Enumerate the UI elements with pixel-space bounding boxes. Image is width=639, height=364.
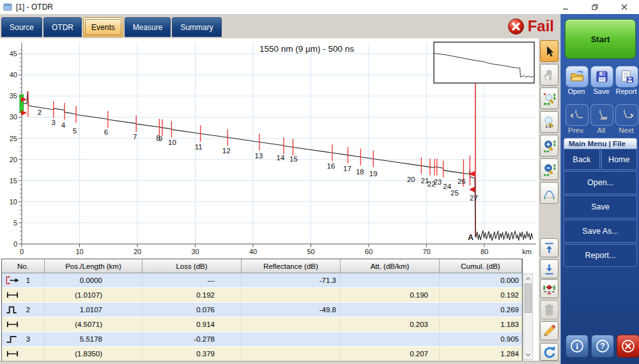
all-icon xyxy=(594,107,610,123)
table-row-6[interactable]: (1.8350)0.3790.2071.284 xyxy=(2,347,522,361)
svg-text:16: 16 xyxy=(327,162,335,170)
info-icon: i xyxy=(569,338,585,354)
scroll-bottom-button[interactable] xyxy=(540,259,558,278)
open-button[interactable] xyxy=(566,66,589,87)
pointer-tool-button[interactable] xyxy=(540,40,558,62)
help-icon: ? xyxy=(595,338,610,354)
svg-text:25: 25 xyxy=(450,189,459,197)
folder-icon xyxy=(569,69,585,84)
column-header-att-db-km[interactable]: Att. (dB/km) xyxy=(341,259,440,273)
event-type-icon xyxy=(4,276,22,285)
status-indicator: Fail xyxy=(507,17,554,35)
cell: 1.183 xyxy=(440,317,522,331)
menu-back-button[interactable]: Back xyxy=(564,149,600,170)
table-scrollbar[interactable] xyxy=(523,273,533,360)
cell: 0.914 xyxy=(142,317,242,331)
cell xyxy=(242,317,341,331)
zoom-1to1-tool-button[interactable]: 1:1 xyxy=(540,111,558,133)
svg-text:10: 10 xyxy=(10,198,17,206)
report-button[interactable] xyxy=(615,66,638,87)
cell: 0.076 xyxy=(142,303,242,317)
column-header-no[interactable]: No. xyxy=(2,259,45,273)
edit-event-button[interactable] xyxy=(540,321,558,340)
cell xyxy=(341,273,440,287)
prev-icon xyxy=(569,107,585,123)
fail-label: Fail xyxy=(528,17,554,35)
tab-events[interactable]: Events xyxy=(83,17,123,37)
svg-text:20: 20 xyxy=(10,156,17,163)
app-icon xyxy=(3,3,12,11)
svg-text:13: 13 xyxy=(255,152,263,160)
cell: -71.3 xyxy=(242,273,341,287)
menu-open-button[interactable]: Open... xyxy=(564,171,637,194)
event-table-settings-button[interactable] xyxy=(540,279,558,298)
pointer-icon xyxy=(542,44,557,59)
pan-tool-button[interactable] xyxy=(540,64,558,86)
save-button-label: Save xyxy=(587,87,615,95)
otdr-trace-chart[interactable]: 2345678910111213141516171819202122232425… xyxy=(0,38,539,259)
trace-next-button[interactable] xyxy=(615,104,638,126)
section-icon xyxy=(4,320,20,329)
cell xyxy=(242,288,341,302)
minimize-button[interactable] xyxy=(551,0,580,14)
trace-nav-label: All xyxy=(587,126,615,134)
trace-prev-button[interactable] xyxy=(566,104,589,126)
table-row-2[interactable]: (1.0107)0.1920.1900.192 xyxy=(2,288,522,303)
scrollbar-down-button[interactable] xyxy=(524,351,532,359)
cell: 0.192 xyxy=(142,288,242,302)
svg-text:35: 35 xyxy=(10,92,17,100)
save-button[interactable] xyxy=(590,66,613,87)
cell: 5.5178 xyxy=(45,332,142,346)
maximize-button[interactable] xyxy=(580,0,610,14)
zoomout-icon xyxy=(542,162,557,177)
table-row-3[interactable]: 21.01070.076-49.80.269 xyxy=(2,303,522,317)
column-header-loss-db[interactable]: Loss (dB) xyxy=(142,259,242,273)
tab-measure[interactable]: Measure xyxy=(125,17,171,37)
menu-save-button[interactable]: Save xyxy=(564,195,637,218)
zoom-out-tool-button[interactable] xyxy=(540,158,558,180)
column-header-reflectance-db[interactable]: Reflectance (dB) xyxy=(242,259,341,273)
zoom-in-tool-button[interactable] xyxy=(540,135,558,156)
svg-text:18: 18 xyxy=(356,168,364,176)
column-header-pos-length-km[interactable]: Pos./Length (km) xyxy=(45,259,142,273)
table-row-1[interactable]: 10.0000----71.30.000 xyxy=(2,273,522,288)
control-panel: Start OpenSaveReport Prev.AllNext Main M… xyxy=(560,14,639,364)
svg-text:A: A xyxy=(468,233,473,242)
reflective-icon xyxy=(4,305,20,314)
reanalyze-button[interactable] xyxy=(540,343,558,361)
tab-source[interactable]: Source xyxy=(1,17,42,37)
menu-report-button[interactable]: Report... xyxy=(564,244,637,267)
floppy-icon xyxy=(594,69,610,84)
scroll-top-button[interactable] xyxy=(540,238,558,257)
tab-otdr[interactable]: OTDR xyxy=(43,17,82,37)
trace-all-button[interactable] xyxy=(590,104,613,126)
chart-toolbar: 1:1 xyxy=(539,38,560,361)
exit-button[interactable] xyxy=(617,335,639,358)
menu-home-button[interactable]: Home xyxy=(601,149,638,170)
table-row-5[interactable]: 35.5178-0.2780.905 xyxy=(2,332,522,347)
svg-text:10: 10 xyxy=(168,139,176,146)
menu-save-as-button[interactable]: Save As... xyxy=(564,220,637,243)
delete-event-button[interactable] xyxy=(540,300,558,319)
svg-text:27: 27 xyxy=(470,194,478,202)
zoom-selection-tool-button[interactable] xyxy=(540,87,558,109)
status-bar xyxy=(0,361,560,364)
svg-text:14: 14 xyxy=(277,154,285,162)
svg-text:4: 4 xyxy=(61,121,66,129)
trace-nav-label: Prev. xyxy=(562,126,590,134)
svg-text:5: 5 xyxy=(73,127,77,135)
peak-analysis-tool-button[interactable] xyxy=(540,182,558,204)
table-row-4[interactable]: (4.5071)0.9140.2031.183 xyxy=(2,317,522,332)
scrollbar-thumb[interactable] xyxy=(525,284,532,313)
trace-nav-label: Next xyxy=(612,126,639,134)
column-header-cumul-db[interactable]: Cumul. (dB) xyxy=(440,259,522,273)
info-button[interactable]: i xyxy=(566,335,589,358)
svg-text:60: 60 xyxy=(365,248,373,255)
start-button[interactable]: Start xyxy=(565,19,636,59)
help-button[interactable]: ? xyxy=(591,335,614,358)
close-button[interactable] xyxy=(610,0,639,14)
report-button-label: Report xyxy=(612,87,639,95)
scrollbar-up-button[interactable] xyxy=(524,275,532,283)
report-icon xyxy=(619,69,635,84)
tab-summary[interactable]: Summary xyxy=(172,17,221,37)
